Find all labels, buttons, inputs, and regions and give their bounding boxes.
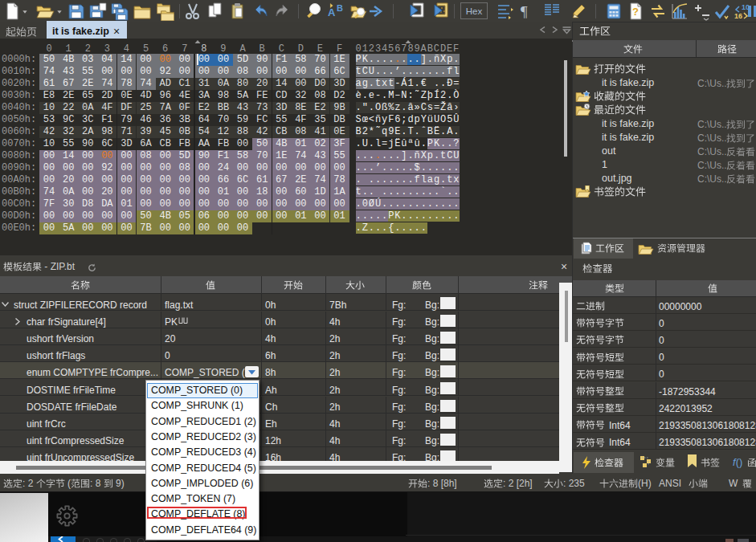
svg-text:¶: ¶ [521, 3, 528, 20]
svg-text:?: ? [632, 6, 639, 18]
svg-text:B: B [337, 3, 343, 13]
svg-text:A: A [328, 6, 336, 18]
svg-text:16: 16 [734, 12, 742, 20]
